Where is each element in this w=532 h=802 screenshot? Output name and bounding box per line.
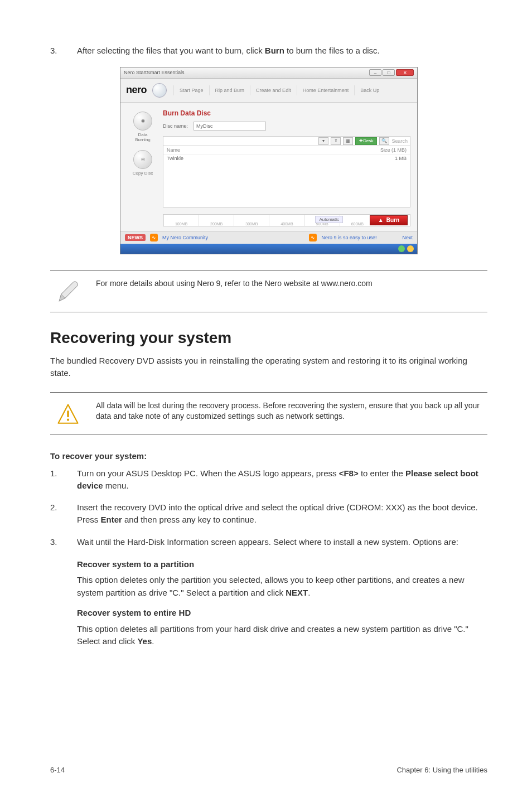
intro-paragraph: The bundled Recovery DVD assists you in … (50, 355, 487, 380)
note-callout: For more details about using Nero 9, ref… (50, 270, 487, 312)
option-title: Recover system to a partition (77, 558, 487, 571)
section-heading: Recovering your system (50, 329, 487, 347)
step-3-top: 3. After selecting the files that you wa… (50, 45, 487, 57)
file-list[interactable]: Name Size (1 MB) Twinkle 1 MB (163, 146, 410, 207)
globe-icon[interactable] (152, 83, 167, 98)
text: menu. (103, 481, 129, 490)
nero-body: ◉ Data Burning ◎ Copy Disc Burn Data Dis… (120, 103, 417, 231)
step-2: 2. Insert the recovery DVD into the opti… (50, 501, 487, 526)
status-dot-green (398, 245, 405, 252)
procedure-heading: To recover your system: (50, 451, 487, 461)
disc-icon: ◉ (133, 112, 152, 131)
button-name: Yes (137, 636, 152, 646)
flame-icon: ▲ (378, 217, 384, 223)
news-bar: NEWS ∿ My Nero Community ∿ Nero 9 is so … (120, 231, 417, 244)
sidebar-label: Copy Disc (133, 171, 153, 176)
step-number: 2. (50, 501, 77, 526)
nav-dropdown[interactable]: ▾ (318, 137, 328, 145)
burn-button[interactable]: ▲ Burn (370, 215, 408, 225)
chapter-title: Chapter 6: Using the utilities (396, 766, 487, 774)
burn-word: Burn (265, 46, 284, 55)
view-button[interactable]: ▦ (343, 137, 353, 145)
option-2: Recover system to entire HD This option … (77, 607, 487, 648)
header-tabs: nero Start Page Rip and Burn Create and … (120, 79, 417, 103)
rss-icon[interactable]: ∿ (309, 234, 317, 241)
page-number: 6-14 (50, 766, 65, 774)
mode-chip[interactable]: Automatic (315, 216, 343, 223)
option-title: Recover system to entire HD (77, 607, 487, 620)
up-button[interactable]: ⇧ (331, 137, 341, 145)
tick: 300MB (234, 215, 269, 226)
tab-create-edit[interactable]: Create and Edit (250, 85, 297, 95)
panel-title: Burn Data Disc (163, 109, 410, 117)
svg-rect-0 (67, 410, 69, 417)
file-toolbar: ▾ ⇧ ▦ ✚ Desk 🔍 Search (163, 136, 410, 146)
tab-rip-burn[interactable]: Rip and Burn (209, 85, 250, 95)
text: Turn on your ASUS Desktop PC. When the A… (77, 468, 339, 478)
nero-logo: nero (126, 84, 147, 96)
disc-name-label: Disc name: (163, 123, 188, 129)
warning-icon (50, 400, 86, 426)
button-name: NEXT (286, 588, 308, 597)
text: This option deletes all partitions from … (77, 624, 468, 646)
discs-icon: ◎ (133, 150, 152, 169)
tab-home-ent[interactable]: Home Entertainment (297, 85, 355, 95)
text: . (308, 588, 310, 597)
news-link-2[interactable]: Nero 9 is so easy to use! (321, 235, 376, 240)
option-body: This option deletes all partitions from … (77, 623, 487, 648)
text: to enter the (359, 468, 405, 478)
option-body: This option deletes only the partition y… (77, 574, 487, 599)
option-1: Recover system to a partition This optio… (77, 558, 487, 600)
note-text: For more details about using Nero 9, ref… (96, 278, 484, 304)
step-text: Turn on your ASUS Desktop PC. When the A… (77, 467, 487, 492)
key: <F8> (339, 468, 359, 478)
warning-callout: All data will be lost during the recover… (50, 392, 487, 434)
list-header: Name Size (1 MB) (163, 146, 410, 154)
search-button[interactable]: 🔍 (379, 137, 389, 145)
window-footer (120, 244, 417, 254)
text: Wait until the Hard-Disk Information scr… (77, 537, 458, 547)
add-button[interactable]: ✚ Desk (355, 137, 377, 145)
status-dot-yellow (407, 245, 414, 252)
step-3: 3. Wait until the Hard-Disk Information … (50, 536, 487, 548)
news-link-1[interactable]: My Nero Community (162, 235, 208, 240)
disc-name-value: MyDisc (196, 123, 213, 129)
step-number: 1. (50, 467, 77, 492)
close-button[interactable]: ✕ (396, 69, 414, 76)
sidebar-item-data-burning[interactable]: ◉ Data Burning (131, 112, 154, 142)
list-item[interactable]: Twinkle 1 MB (163, 154, 410, 162)
tab-back-up[interactable]: Back Up (354, 85, 385, 95)
text: After selecting the files that you want … (77, 46, 265, 55)
minimize-button[interactable]: – (369, 69, 381, 76)
pencil-icon (50, 278, 86, 304)
tick: 100MB (163, 215, 199, 226)
warning-text: All data will be lost during the recover… (96, 400, 484, 426)
news-next[interactable]: Next (402, 235, 413, 240)
step-number: 3. (50, 536, 77, 548)
file-name: Twinkle (167, 156, 183, 161)
main-panel: Burn Data Disc Disc name: MyDisc ▾ ⇧ ▦ ✚… (163, 109, 410, 226)
step-text: Wait until the Hard-Disk Information scr… (77, 536, 487, 548)
file-size: 1 MB (395, 156, 407, 161)
window-buttons: – □ ✕ (369, 69, 414, 76)
window-title: Nero StartSmart Essentials (124, 70, 185, 75)
side-panel: ◉ Data Burning ◎ Copy Disc (123, 109, 163, 226)
sidebar-item-copy-disc[interactable]: ◎ Copy Disc (131, 150, 154, 176)
maximize-button[interactable]: □ (383, 69, 395, 76)
disc-name-row: Disc name: MyDisc (163, 122, 410, 131)
nero-screenshot: Nero StartSmart Essentials – □ ✕ nero St… (50, 67, 487, 254)
step-1: 1. Turn on your ASUS Desktop PC. When th… (50, 467, 487, 492)
tab-start-page[interactable]: Start Page (173, 85, 209, 95)
key: Enter (101, 515, 122, 524)
text: This option deletes only the partition y… (77, 575, 465, 597)
col-size: Size (1 MB) (380, 147, 407, 153)
disc-name-input[interactable]: MyDisc (194, 122, 266, 131)
step-text: Insert the recovery DVD into the optical… (77, 501, 487, 526)
page: 3. After selecting the files that you wa… (0, 0, 532, 802)
window-titlebar: Nero StartSmart Essentials – □ ✕ (120, 67, 417, 79)
step-text: After selecting the files that you want … (77, 45, 487, 57)
news-badge: NEWS (125, 234, 146, 241)
page-footer: 6-14 Chapter 6: Using the utilities (50, 766, 487, 774)
sidebar-label: Data Burning (135, 132, 151, 142)
rss-icon[interactable]: ∿ (150, 234, 158, 241)
